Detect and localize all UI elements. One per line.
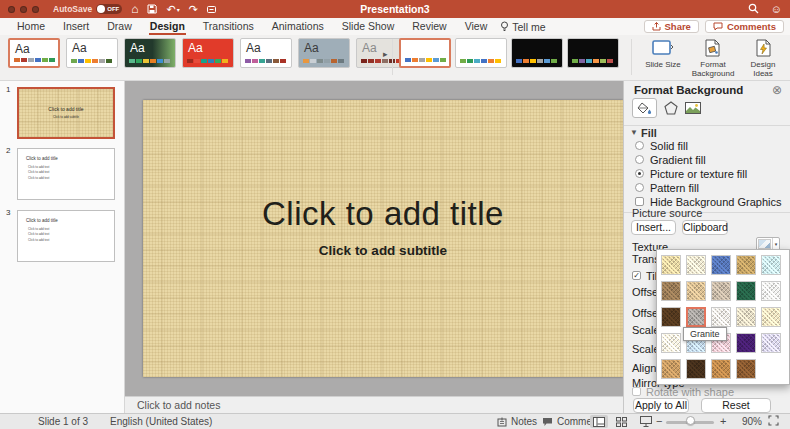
theme-thumbnail-dark-green-theme[interactable]: Aa: [124, 38, 176, 68]
window-minimize-button[interactable]: [20, 6, 27, 13]
picture-tab[interactable]: [685, 102, 701, 116]
texture-swatch-newsprint[interactable]: [711, 307, 731, 327]
hide-background-graphics-checkbox[interactable]: [635, 197, 644, 206]
zoom-slider-knob[interactable]: [686, 416, 695, 425]
texture-swatch-woven-mat[interactable]: [736, 255, 756, 275]
autosave-toggle[interactable]: OFF: [96, 4, 122, 14]
pattern-fill-label[interactable]: Pattern fill: [650, 182, 699, 194]
subtitle-placeholder[interactable]: Click to add subtitle: [143, 243, 623, 258]
home-icon[interactable]: ⌂: [131, 0, 138, 18]
theme-thumbnail-line-accent-theme[interactable]: Aa: [240, 38, 292, 68]
gradient-fill-label[interactable]: Gradient fill: [650, 154, 706, 166]
customize-toolbar-icon[interactable]: [207, 0, 216, 18]
apply-to-all-button[interactable]: Apply to All: [633, 398, 689, 413]
texture-swatch-sand[interactable]: [711, 281, 731, 301]
solid-fill-radio[interactable]: [635, 141, 644, 150]
texture-swatch-white-marble[interactable]: [761, 281, 781, 301]
theme-color-dots: [71, 59, 112, 63]
panel-title: Format Background: [634, 84, 743, 96]
redo-icon[interactable]: ↷: [189, 0, 198, 18]
tab-transitions[interactable]: Transitions: [194, 18, 263, 35]
tab-review[interactable]: Review: [403, 18, 455, 35]
tile-picture-checkbox[interactable]: ✓: [632, 271, 641, 280]
slide-size-button[interactable]: Slide Size: [640, 37, 686, 78]
group-divider: [392, 39, 393, 75]
variant-thumbnail-variant-dark-2[interactable]: [567, 38, 619, 68]
picture-texture-fill-label[interactable]: Picture or texture fill: [650, 168, 747, 180]
title-placeholder[interactable]: Click to add title: [143, 195, 623, 233]
slide-thumbnail-3[interactable]: Click to add title Click to add text Cli…: [17, 210, 115, 262]
slide-thumbnail-2[interactable]: Click to add title Click to add text Cli…: [17, 148, 115, 200]
variant-thumbnail-variant-dark-1[interactable]: [511, 38, 563, 68]
autosave-toggle-knob: [97, 5, 105, 13]
texture-swatch-paper-bag[interactable]: [661, 281, 681, 301]
tab-draw[interactable]: Draw: [98, 18, 141, 35]
tell-me-button[interactable]: Tell me: [500, 21, 545, 33]
design-ideas-button[interactable]: Design Ideas: [740, 37, 786, 78]
effects-tab[interactable]: [664, 101, 678, 117]
fill-tab[interactable]: [632, 98, 657, 118]
texture-swatch-green-marble[interactable]: [736, 281, 756, 301]
texture-swatch-cork[interactable]: [661, 359, 681, 379]
texture-swatch-canvas[interactable]: [686, 255, 706, 275]
share-button[interactable]: Share: [644, 20, 699, 33]
texture-swatch-brown-marble[interactable]: [661, 307, 681, 327]
tab-home[interactable]: Home: [8, 18, 54, 35]
feedback-smiley-icon[interactable]: ☺: [771, 3, 782, 15]
texture-swatch-bouquet[interactable]: [761, 333, 781, 353]
fill-section-disclosure[interactable]: ▼: [630, 128, 638, 137]
texture-swatch-granite[interactable]: [686, 307, 706, 327]
panel-close-icon[interactable]: ⊗: [772, 83, 782, 97]
slide-thumbnail-1[interactable]: Click to add title Click to add subtitle: [17, 87, 115, 139]
texture-swatch-purple-mesh[interactable]: [736, 333, 756, 353]
gradient-fill-radio[interactable]: [635, 155, 644, 164]
theme-thumbnail-gray-blue-theme[interactable]: Aa: [298, 38, 350, 68]
texture-swatch-denim[interactable]: [711, 255, 731, 275]
language-label[interactable]: English (United States): [110, 416, 212, 427]
tab-insert[interactable]: Insert: [54, 18, 98, 35]
texture-swatch-fish-fossil[interactable]: [686, 281, 706, 301]
insert-picture-button[interactable]: Insert...: [631, 220, 676, 235]
search-icon[interactable]: [748, 0, 759, 18]
window-close-button[interactable]: [8, 6, 15, 13]
tab-slideshow[interactable]: Slide Show: [333, 18, 404, 35]
theme-thumbnail-office-theme[interactable]: Aa: [66, 38, 118, 68]
texture-swatch-papyrus[interactable]: [661, 255, 681, 275]
window-zoom-button[interactable]: [32, 6, 39, 13]
slideshow-view-button[interactable]: [637, 415, 655, 428]
variant-thumbnail-variant-light-2[interactable]: [455, 38, 507, 68]
solid-fill-label[interactable]: Solid fill: [650, 140, 688, 152]
normal-view-button[interactable]: [590, 415, 608, 428]
tab-design[interactable]: Design: [141, 18, 194, 35]
texture-swatch-parchment[interactable]: [761, 307, 781, 327]
comments-button[interactable]: Comments: [705, 20, 784, 33]
slide-sorter-view-button[interactable]: [612, 415, 630, 428]
notes-placeholder[interactable]: Click to add notes: [125, 396, 623, 413]
notes-toggle-button[interactable]: Notes: [497, 416, 537, 427]
reset-background-button[interactable]: Reset Background: [701, 398, 771, 413]
theme-thumbnail-current-theme[interactable]: Aa: [8, 38, 60, 68]
theme-gallery-more-arrow[interactable]: ▸: [383, 49, 388, 59]
clipboard-button[interactable]: Clipboard: [682, 220, 728, 235]
format-background-icon: [705, 39, 721, 57]
picture-texture-fill-radio[interactable]: [635, 169, 644, 178]
zoom-level-label[interactable]: 90%: [742, 416, 762, 427]
slide-editor[interactable]: Click to add title Click to add subtitle: [143, 100, 623, 377]
undo-icon[interactable]: ↶▾: [166, 0, 179, 18]
zoom-in-button[interactable]: +: [720, 415, 726, 427]
variant-thumbnail-variant-light-1[interactable]: [399, 38, 451, 68]
texture-swatch-water-droplets[interactable]: [761, 255, 781, 275]
save-icon[interactable]: [147, 0, 157, 18]
pattern-fill-radio[interactable]: [635, 183, 644, 192]
theme-thumbnail-red-banner-theme[interactable]: Aa: [182, 38, 234, 68]
zoom-out-button[interactable]: −: [656, 415, 662, 427]
texture-swatch-stationery[interactable]: [661, 333, 681, 353]
texture-swatch-recycled-paper[interactable]: [736, 307, 756, 327]
texture-swatch-medium-wood[interactable]: [736, 359, 756, 379]
texture-swatch-walnut[interactable]: [686, 359, 706, 379]
tab-view[interactable]: View: [456, 18, 497, 35]
fit-slide-button[interactable]: [768, 415, 779, 428]
tab-animations[interactable]: Animations: [263, 18, 333, 35]
texture-swatch-oak[interactable]: [711, 359, 731, 379]
format-background-button[interactable]: Format Background: [690, 37, 736, 78]
